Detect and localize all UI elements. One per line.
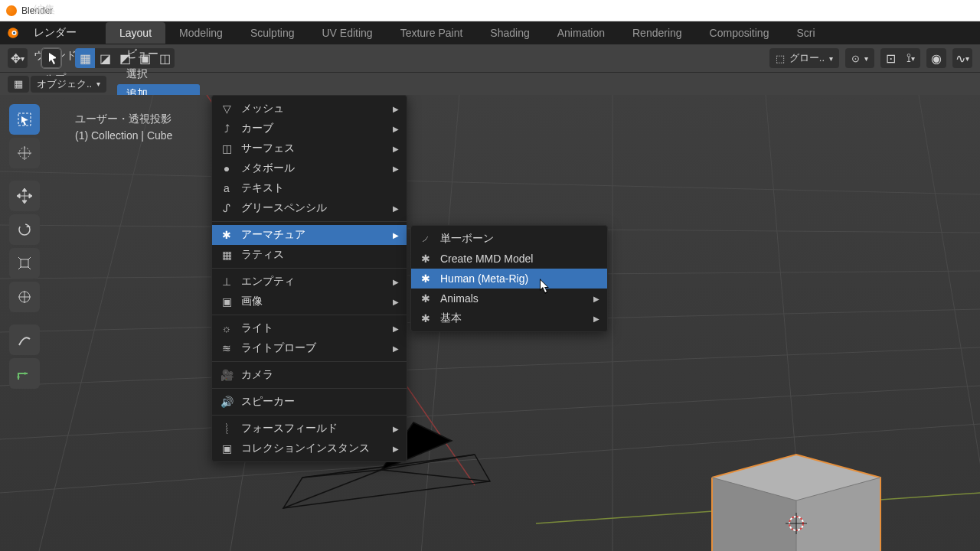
menu-item-label: Human (Meta-Rig) <box>440 272 528 285</box>
add-menu-item-13[interactable]: ☼ライト▶ <box>212 318 407 338</box>
menu-item-icon: ● <box>220 162 234 174</box>
workspace-tab-animation[interactable]: Animation <box>544 22 619 44</box>
svg-marker-56 <box>24 372 28 375</box>
blender-logo-icon <box>6 5 17 16</box>
add-menu-item-5[interactable]: ᔑグリースペンシル▶ <box>212 198 407 218</box>
header-menu-ビュー[interactable]: ビュー <box>117 44 200 64</box>
blender-icon[interactable] <box>3 23 23 43</box>
menu-item-icon: ✱ <box>419 312 433 324</box>
menu-item-label: テキスト <box>241 181 284 195</box>
svg-rect-47 <box>21 259 28 267</box>
workspace-tab-sculpting[interactable]: Sculpting <box>237 22 309 44</box>
snap-toggle[interactable]: ⊡ <box>880 48 900 68</box>
workspace-tab-rendering[interactable]: Rendering <box>619 22 696 44</box>
menu-item-icon: ⦚ <box>220 422 234 435</box>
add-menu-item-3[interactable]: ●メタボール▶ <box>212 158 407 178</box>
workspace-tab-compositing[interactable]: Compositing <box>696 22 783 44</box>
armature-submenu-item-0[interactable]: ⟋単一ボーン <box>411 229 607 249</box>
add-menu-item-21[interactable]: ▣コレクションインスタンス▶ <box>212 439 407 458</box>
menu-separator <box>212 388 407 389</box>
svg-line-50 <box>18 266 21 269</box>
menu-item-icon: ◫ <box>220 142 234 155</box>
menu-item-label: メタボール <box>241 161 295 175</box>
menu-item-icon: 🔊 <box>220 396 234 408</box>
add-menu-item-16[interactable]: 🎥カメラ <box>212 365 407 385</box>
menu-item-label: ラティス <box>241 248 284 262</box>
menu-item-icon: ▽ <box>220 103 234 115</box>
armature-submenu[interactable]: ⟋単一ボーン✱Create MMD Model✱Human (Meta-Rig)… <box>410 225 608 332</box>
header-menu-選択[interactable]: 選択 <box>117 64 200 84</box>
editor-type-dropdown[interactable]: ▦ <box>8 76 29 93</box>
transform-orientation-dropdown[interactable]: ⬚ グロー.. ▾ <box>769 48 839 68</box>
menu-item-icon: ✱ <box>419 253 433 265</box>
menu-item-label: カーブ <box>241 122 273 135</box>
window-titlebar: Blender <box>0 0 980 21</box>
add-menu-item-18[interactable]: 🔊スピーカー <box>212 392 407 412</box>
armature-submenu-item-3[interactable]: ✱Animals▶ <box>411 289 607 308</box>
projection-label: ユーザー・透視投影 <box>75 110 172 127</box>
armature-submenu-item-1[interactable]: ✱Create MMD Model <box>411 249 607 269</box>
pivot-point-dropdown[interactable]: ⊙▾ <box>845 48 874 68</box>
submenu-arrow-icon: ▶ <box>593 315 599 323</box>
proportional-falloff-dropdown[interactable]: ∿▾ <box>952 48 972 68</box>
menu-item-label: 画像 <box>241 295 263 308</box>
menu-item-label: Create MMD Model <box>440 253 533 265</box>
add-menu-item-8[interactable]: ▦ラティス <box>212 245 407 265</box>
submenu-arrow-icon: ▶ <box>393 344 399 353</box>
add-menu-item-11[interactable]: ▣画像▶ <box>212 292 407 311</box>
workspace-tab-layout[interactable]: Layout <box>106 22 165 44</box>
workspace-tab-scri[interactable]: Scri <box>782 22 828 44</box>
menu-item-icon: ᔑ <box>220 202 234 214</box>
menu-item-label: メッシュ <box>241 102 284 116</box>
add-menu-item-0[interactable]: ▽メッシュ▶ <box>212 99 407 119</box>
annotate-tool[interactable] <box>9 324 40 355</box>
move-tool[interactable] <box>9 181 40 211</box>
armature-submenu-item-4[interactable]: ✱基本▶ <box>411 308 607 328</box>
menu-item-label: カメラ <box>241 368 273 382</box>
add-menu[interactable]: ▽メッシュ▶⤴カーブ▶◫サーフェス▶●メタボール▶aテキストᔑグリースペンシル▶… <box>211 95 407 462</box>
menu-item-label: サーフェス <box>241 142 295 155</box>
cursor-tool-button[interactable] <box>41 48 61 68</box>
menu-レンダー[interactable]: レンダー <box>23 21 98 44</box>
select-box-tool[interactable] <box>9 104 40 135</box>
menu-item-label: 基本 <box>440 311 462 325</box>
menu-item-icon: ✱ <box>419 292 433 305</box>
add-menu-item-4[interactable]: aテキスト <box>212 178 407 198</box>
interaction-mode-button[interactable]: ✥▾ <box>8 48 28 68</box>
add-menu-item-14[interactable]: ≋ライトプローブ▶ <box>212 338 407 358</box>
add-menu-item-20[interactable]: ⦚フォースフィールド▶ <box>212 419 407 439</box>
select-box-button[interactable]: ▦ <box>75 48 95 68</box>
add-menu-item-10[interactable]: ⊥エンプティ▶ <box>212 272 407 292</box>
cursor-tool[interactable] <box>9 138 40 168</box>
mode-dropdown[interactable]: オブジェク.. ▾ <box>31 76 106 93</box>
viewport-overlay-text: ユーザー・透視投影 (1) Collection | Cube <box>75 110 172 145</box>
proportional-edit-toggle[interactable]: ◉ <box>926 48 946 68</box>
svg-line-48 <box>18 257 21 260</box>
rotate-tool[interactable] <box>9 214 40 245</box>
menu-item-icon: ≋ <box>220 342 234 354</box>
select-extend-button[interactable]: ◪ <box>95 48 115 68</box>
svg-line-51 <box>28 266 31 269</box>
workspace-tab-modeling[interactable]: Modeling <box>165 22 237 44</box>
3d-viewport[interactable]: ユーザー・透視投影 (1) Collection | Cube <box>0 95 980 551</box>
menu-編集[interactable]: 編集 <box>23 0 98 21</box>
workspace-tab-texture paint[interactable]: Texture Paint <box>387 22 477 44</box>
workspace-tab-shading[interactable]: Shading <box>476 22 543 44</box>
add-menu-item-2[interactable]: ◫サーフェス▶ <box>212 139 407 158</box>
svg-marker-43 <box>17 194 20 198</box>
add-menu-item-7[interactable]: ✱アーマチュア▶ <box>212 225 407 245</box>
svg-marker-46 <box>26 225 31 227</box>
svg-marker-42 <box>22 201 27 204</box>
measure-tool[interactable] <box>9 358 40 389</box>
submenu-arrow-icon: ▶ <box>393 165 399 173</box>
snap-options-dropdown[interactable]: ⟟▾ <box>900 48 920 68</box>
menu-separator <box>212 268 407 269</box>
armature-submenu-item-2[interactable]: ✱Human (Meta-Rig) <box>411 269 607 289</box>
transform-tool[interactable] <box>9 282 40 312</box>
menu-item-icon: ⊥ <box>220 276 234 288</box>
add-menu-item-1[interactable]: ⤴カーブ▶ <box>212 119 407 139</box>
menu-item-icon: ⤴ <box>220 122 234 135</box>
workspace-tabs: LayoutModelingSculptingUV EditingTexture… <box>106 22 829 44</box>
scale-tool[interactable] <box>9 248 40 279</box>
workspace-tab-uv editing[interactable]: UV Editing <box>308 22 386 44</box>
